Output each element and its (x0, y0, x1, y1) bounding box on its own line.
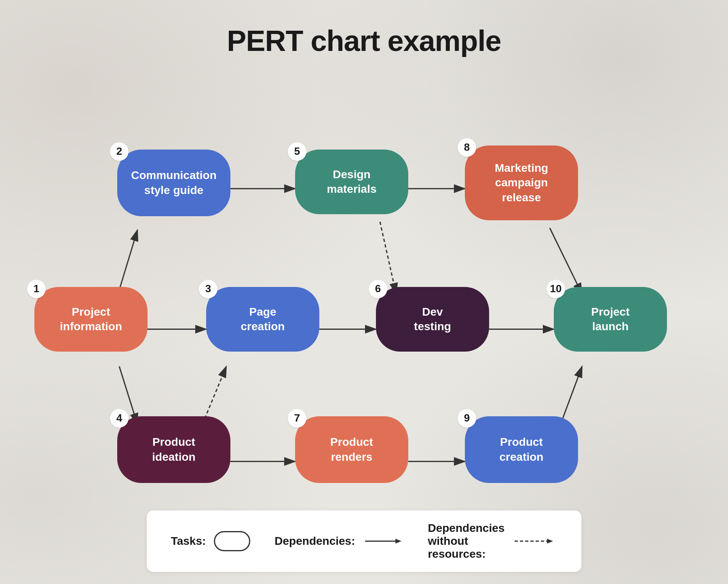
legend-arrow-icon (363, 535, 403, 547)
page-title: PERT chart example (0, 0, 728, 57)
legend-dependencies-no-resources: Dependencies without resources: (428, 522, 557, 561)
node-5-badge: 5 (288, 142, 306, 161)
node-8: 8 Marketingcampaignrelease (465, 145, 578, 220)
node-4: 4 Productideation (117, 416, 230, 483)
chart-area: 1 Projectinformation 2 Communicationstyl… (0, 65, 728, 519)
legend-tasks-label: Tasks: (171, 535, 206, 548)
node-6-badge: 6 (369, 280, 387, 298)
node-9: 9 Productcreation (465, 416, 578, 483)
legend-dependencies-label: Dependencies: (274, 535, 355, 548)
svg-marker-16 (395, 539, 401, 544)
node-10-badge: 10 (547, 280, 565, 298)
legend-dependencies: Dependencies: (274, 535, 403, 548)
node-1: 1 Projectinformation (34, 287, 148, 352)
node-3: 3 Pagecreation (206, 287, 319, 352)
svg-marker-18 (547, 539, 553, 544)
node-10: 10 Projectlaunch (554, 287, 667, 352)
node-7-badge: 7 (288, 409, 306, 428)
legend-oval-icon (214, 531, 250, 551)
legend-no-resources-label: Dependencies without resources: (428, 522, 504, 561)
legend: Tasks: Dependencies: Dependencies withou… (147, 510, 582, 572)
svg-line-2 (119, 230, 137, 290)
node-5: 5 Designmaterials (295, 150, 408, 214)
node-8-badge: 8 (458, 138, 476, 157)
node-9-badge: 9 (458, 409, 476, 428)
node-3-badge: 3 (199, 280, 217, 298)
node-4-badge: 4 (110, 409, 129, 428)
node-1-badge: 1 (27, 280, 46, 298)
node-6: 6 Devtesting (376, 287, 489, 352)
node-7: 7 Productrenders (295, 416, 408, 483)
node-2-badge: 2 (110, 142, 129, 161)
legend-tasks: Tasks: (171, 531, 251, 551)
node-2: 2 Communicationstyle guide (117, 150, 230, 216)
legend-dashed-arrow-icon (513, 535, 557, 547)
